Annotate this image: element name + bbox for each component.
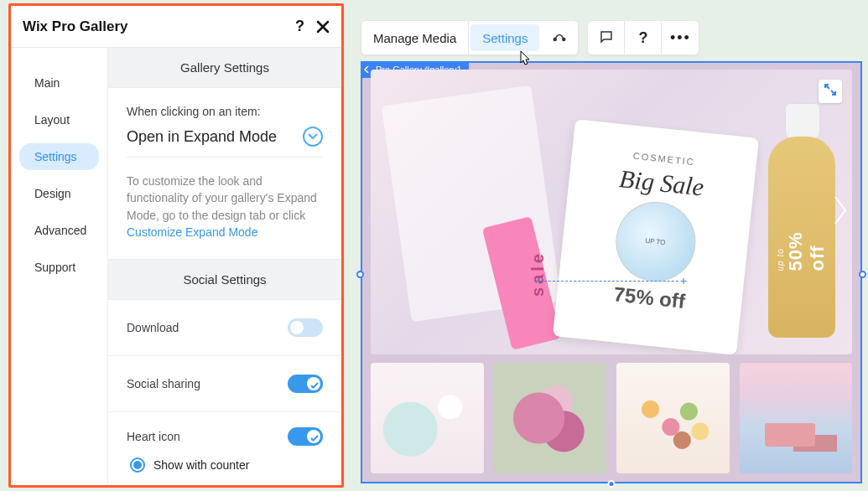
help-button[interactable]: ?: [625, 21, 662, 54]
element-toolbar: Manage Media Settings ? •••: [361, 20, 699, 55]
help-icon: ?: [638, 29, 647, 47]
gallery-main-slide[interactable]: sale COSMETIC Big Sale UP TO 75% off up …: [371, 70, 852, 354]
bottle-text: up to 50% off: [776, 204, 829, 271]
settings-button[interactable]: Settings: [470, 24, 539, 51]
expand-icon: [824, 84, 836, 99]
slide-bottle-cap: [785, 103, 820, 140]
close-icon: [316, 20, 330, 34]
click-action-label: When clicking on an item:: [108, 88, 341, 127]
thumbnail-2[interactable]: [494, 363, 607, 473]
click-action-value: Open in Expand Mode: [127, 128, 277, 146]
heart-option-label: Show with counter: [153, 458, 249, 472]
svg-point-1: [563, 38, 565, 40]
manage-media-button[interactable]: Manage Media: [361, 21, 469, 54]
panel-close-button[interactable]: [316, 20, 330, 34]
sidebar-item-main[interactable]: Main: [19, 70, 99, 96]
sidebar-item-settings[interactable]: Settings: [19, 143, 99, 170]
check-icon: [310, 431, 319, 446]
chevron-down-icon: [303, 127, 323, 147]
chat-icon: [599, 29, 614, 47]
animation-icon: [552, 29, 567, 47]
thumbnail-4[interactable]: [740, 363, 853, 473]
promo-disc-upto: UP TO: [645, 237, 666, 246]
animations-button[interactable]: [541, 21, 578, 54]
expand-mode-info: To customize the look and functionality …: [108, 173, 341, 260]
sidebar-item-advanced[interactable]: Advanced: [19, 217, 99, 244]
promo-cosmetic-label: COSMETIC: [632, 151, 695, 168]
social-sharing-toggle[interactable]: [288, 375, 323, 393]
resize-handle-bottom[interactable]: [608, 480, 616, 488]
heart-option-radio[interactable]: [130, 457, 145, 473]
thumbnail-1[interactable]: [371, 363, 484, 473]
heart-icon-toggle[interactable]: [288, 427, 323, 446]
gallery-next-arrow[interactable]: [832, 195, 849, 229]
heart-icon-section: Heart icon Show with counter: [108, 412, 341, 479]
panel-sidebar: Main Layout Settings Design Advanced Sup…: [11, 48, 108, 485]
download-row: Download: [108, 300, 341, 356]
resize-handle-right[interactable]: [859, 271, 866, 278]
sidebar-item-layout[interactable]: Layout: [19, 106, 99, 133]
sidebar-item-support[interactable]: Support: [19, 254, 99, 281]
settings-panel: Wix Pro Gallery ? Main Layout Settings D…: [8, 3, 344, 488]
social-sharing-label: Social sharing: [127, 377, 200, 390]
thumbnail-3[interactable]: [616, 363, 730, 473]
promo-big-sale-label: Big Sale: [618, 164, 705, 201]
resize-guide: + +: [534, 274, 689, 287]
toolbar-secondary-group: ? •••: [587, 20, 699, 55]
download-label: Download: [127, 321, 179, 334]
gallery-element[interactable]: Pro Gallery #gallery1 sale COSMETIC Big …: [361, 61, 862, 483]
gallery-settings-header: Gallery Settings: [108, 48, 341, 88]
panel-help-button[interactable]: ?: [295, 18, 304, 35]
download-toggle[interactable]: [288, 318, 323, 337]
click-action-dropdown[interactable]: Open in Expand Mode: [127, 127, 323, 158]
sidebar-item-design[interactable]: Design: [19, 180, 99, 207]
toolbar-main-group: Manage Media Settings: [361, 20, 579, 55]
heart-option-row[interactable]: Show with counter: [127, 457, 323, 473]
gallery-thumbnails: [371, 363, 852, 473]
check-icon: [310, 378, 319, 393]
panel-content: Gallery Settings When clicking on an ite…: [108, 48, 341, 485]
svg-point-0: [554, 38, 557, 40]
panel-header: Wix Pro Gallery ?: [11, 6, 341, 48]
slide-bottle: up to 50% off: [768, 137, 835, 338]
more-button[interactable]: •••: [662, 21, 699, 54]
comment-button[interactable]: [588, 21, 625, 54]
guide-plus-right: +: [680, 274, 687, 287]
social-sharing-row: Social sharing: [108, 356, 341, 412]
expand-button[interactable]: [819, 80, 842, 103]
social-settings-header: Social Settings: [108, 260, 341, 300]
heart-icon-label: Heart icon: [127, 430, 180, 443]
guide-dash: [544, 281, 678, 282]
resize-handle-left[interactable]: [356, 271, 364, 278]
guide-plus-left: +: [536, 274, 543, 287]
promo-disc-image: UP TO: [611, 198, 699, 285]
expand-info-text: To customize the look and functionality …: [127, 174, 317, 222]
panel-title: Wix Pro Gallery: [23, 18, 295, 35]
customize-expand-link[interactable]: Customize Expand Mode: [127, 225, 257, 239]
slide-promo-card: COSMETIC Big Sale UP TO 75% off: [553, 119, 759, 354]
more-icon: •••: [670, 29, 691, 47]
